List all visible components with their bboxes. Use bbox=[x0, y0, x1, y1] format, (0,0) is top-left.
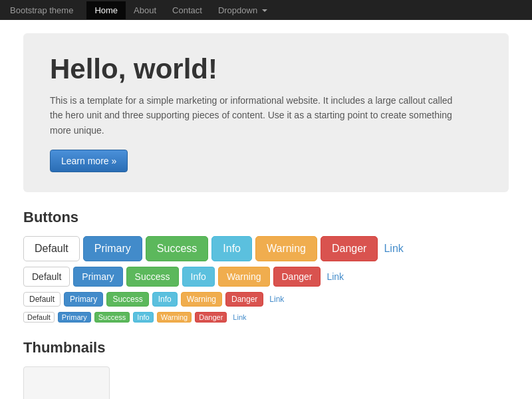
navbar-nav: Home About Contact Dropdown bbox=[86, 1, 275, 19]
btn-success-md[interactable]: Success bbox=[126, 267, 179, 287]
hero-unit: Hello, world! This is a template for a s… bbox=[23, 33, 509, 192]
btn-warning-md[interactable]: Warning bbox=[218, 267, 270, 287]
learn-more-button[interactable]: Learn more » bbox=[50, 150, 128, 172]
btn-warning-xs[interactable]: Warning bbox=[157, 312, 192, 323]
hero-description: This is a template for a simple marketin… bbox=[50, 93, 462, 138]
navbar-item-dropdown[interactable]: Dropdown bbox=[210, 1, 275, 19]
btn-danger-sm[interactable]: Danger bbox=[225, 292, 263, 307]
btn-link-xs[interactable]: Link bbox=[230, 313, 249, 322]
btn-link-sm[interactable]: Link bbox=[267, 293, 289, 306]
btn-info-md[interactable]: Info bbox=[182, 267, 215, 287]
btn-default-lg[interactable]: Default bbox=[23, 236, 80, 261]
navbar-link-contact[interactable]: Contact bbox=[164, 1, 210, 19]
btn-danger-md[interactable]: Danger bbox=[273, 267, 321, 287]
btn-primary-xs[interactable]: Primary bbox=[58, 312, 91, 323]
navbar-link-dropdown[interactable]: Dropdown bbox=[210, 1, 275, 19]
btn-success-sm[interactable]: Success bbox=[106, 292, 148, 307]
btn-success-xs[interactable]: Success bbox=[94, 312, 130, 323]
dropdown-caret-icon bbox=[262, 9, 267, 12]
navbar-link-home[interactable]: Home bbox=[86, 1, 126, 19]
btn-danger-lg[interactable]: Danger bbox=[321, 236, 378, 261]
button-row-lg: Default Primary Success Info Warning Dan… bbox=[23, 236, 509, 261]
navbar-item-contact[interactable]: Contact bbox=[164, 1, 210, 19]
button-row-sm: Default Primary Success Info Warning Dan… bbox=[23, 292, 509, 307]
btn-primary-md[interactable]: Primary bbox=[73, 267, 122, 287]
navbar-link-about[interactable]: About bbox=[126, 1, 164, 19]
thumbnail-item: 200x200 bbox=[23, 366, 110, 399]
thumbnails-section-title: Thumbnails bbox=[23, 339, 509, 356]
hero-title: Hello, world! bbox=[50, 53, 482, 85]
buttons-section-title: Buttons bbox=[23, 209, 509, 226]
btn-danger-xs[interactable]: Danger bbox=[195, 312, 227, 323]
btn-default-sm[interactable]: Default bbox=[23, 292, 61, 307]
btn-info-lg[interactable]: Info bbox=[211, 236, 252, 261]
navbar-brand[interactable]: Bootstrap theme bbox=[10, 5, 73, 15]
btn-primary-lg[interactable]: Primary bbox=[83, 236, 142, 261]
button-row-md: Default Primary Success Info Warning Dan… bbox=[23, 267, 509, 287]
btn-default-xs[interactable]: Default bbox=[23, 312, 55, 323]
button-row-xs: Default Primary Success Info Warning Dan… bbox=[23, 312, 509, 323]
btn-primary-sm[interactable]: Primary bbox=[64, 292, 103, 307]
btn-warning-lg[interactable]: Warning bbox=[255, 236, 317, 261]
btn-link-md[interactable]: Link bbox=[324, 267, 352, 286]
navbar-item-home[interactable]: Home bbox=[86, 1, 126, 19]
main-container: Hello, world! This is a template for a s… bbox=[13, 20, 519, 399]
navbar-item-about[interactable]: About bbox=[126, 1, 164, 19]
btn-link-lg[interactable]: Link bbox=[381, 237, 414, 261]
btn-warning-sm[interactable]: Warning bbox=[181, 292, 222, 307]
btn-default-md[interactable]: Default bbox=[23, 267, 70, 287]
thumbnails-section: Thumbnails 200x200 bbox=[23, 339, 509, 399]
btn-success-lg[interactable]: Success bbox=[146, 236, 208, 261]
btn-info-sm[interactable]: Info bbox=[152, 292, 178, 307]
buttons-section: Buttons Default Primary Success Info War… bbox=[23, 209, 509, 323]
btn-info-xs[interactable]: Info bbox=[133, 312, 153, 323]
navbar: Bootstrap theme Home About Contact Dropd… bbox=[0, 0, 532, 20]
